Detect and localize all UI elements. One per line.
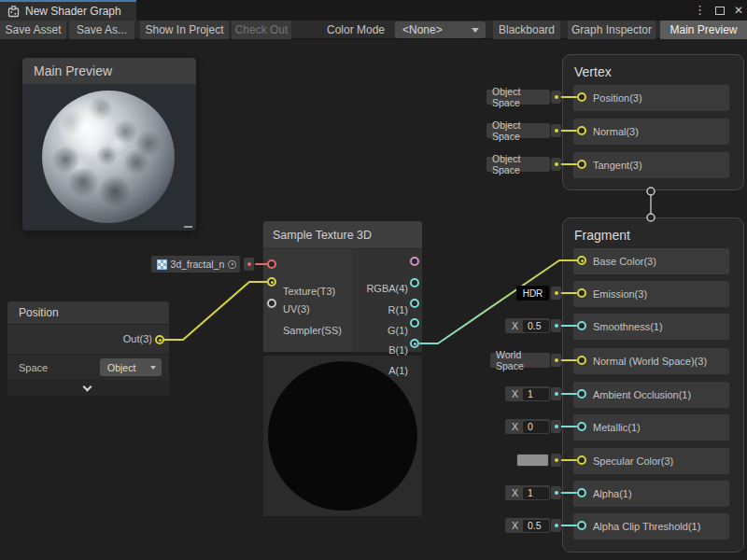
fragment-row-metallic[interactable]: Metallic(1)	[573, 414, 729, 441]
value-field[interactable]: 1	[523, 388, 549, 400]
main-preview-window: Main Preview	[22, 58, 196, 231]
connector-dot[interactable]	[551, 454, 561, 467]
port-specular-color[interactable]	[577, 455, 586, 465]
edge-position-out-to-uv[interactable]	[164, 282, 267, 340]
sample-node-header[interactable]: Sample Texture 3D	[263, 221, 422, 249]
port-emission[interactable]	[577, 288, 586, 298]
alpha-clip-value-chip[interactable]: X0.5	[505, 518, 550, 533]
port-alpha[interactable]	[577, 488, 586, 497]
ambient-occlusion-value-chip[interactable]: X1	[505, 386, 550, 401]
port-uv-input[interactable]	[267, 277, 276, 287]
color-mode-dropdown[interactable]: <None>	[395, 21, 486, 38]
port-vertex-position[interactable]	[577, 92, 586, 102]
vertex-row-normal[interactable]: Normal(3)	[573, 119, 729, 145]
sample-node-title: Sample Texture 3D	[273, 229, 372, 242]
resize-handle[interactable]	[184, 226, 192, 228]
port-vertex-tangent[interactable]	[577, 160, 586, 169]
connector-dot[interactable]	[551, 486, 561, 499]
port-vertex-normal[interactable]	[577, 126, 586, 135]
texture-connector-dot[interactable]	[244, 258, 254, 271]
port-normal-ws[interactable]	[577, 356, 586, 365]
chip-text: Object Space	[492, 86, 544, 108]
fragment-row-smoothness[interactable]: Smoothness(1)	[573, 314, 729, 340]
fragment-row-emission[interactable]: Emission(3)	[573, 281, 729, 307]
port-ambient-occlusion[interactable]	[577, 389, 586, 399]
value-field[interactable]: 0	[523, 421, 549, 433]
smoothness-value-chip[interactable]: X0.5	[505, 318, 550, 333]
fragment-row-alpha-clip[interactable]: Alpha Clip Threshold(1)	[573, 513, 729, 539]
port-base-color[interactable]	[577, 256, 586, 265]
close-icon[interactable]: ✕	[734, 0, 743, 21]
connector-dot[interactable]	[551, 519, 561, 532]
vertex-row-tangent[interactable]: Tangent(3)	[573, 152, 729, 178]
connector-dot[interactable]	[551, 420, 561, 433]
connector-dot[interactable]	[551, 387, 561, 400]
connector-dot[interactable]	[551, 91, 561, 104]
graph-canvas[interactable]: Main Preview Position Out(3) Space Objec…	[0, 39, 747, 560]
dropdown-arrow-icon	[472, 28, 479, 33]
main-preview-viewport[interactable]	[22, 84, 196, 231]
port-r-output[interactable]	[410, 278, 419, 287]
vertex-normal-space-chip[interactable]: Object Space	[486, 123, 550, 138]
port-texture-input[interactable]	[267, 259, 276, 269]
normal-space-chip[interactable]: World Space	[490, 353, 550, 368]
fragment-row-alpha[interactable]: Alpha(1)	[573, 481, 729, 507]
value-field[interactable]: 0.5	[523, 320, 549, 332]
vertex-row-position[interactable]: Position(3)	[573, 85, 729, 111]
fragment-context-block[interactable]: Fragment Base Color(3) Emission(3) Smoot…	[562, 217, 744, 553]
save-as-button[interactable]: Save As...	[69, 21, 134, 39]
alpha-value-chip[interactable]: X1	[505, 485, 550, 500]
value-field[interactable]: 1	[523, 487, 549, 499]
kebab-menu-icon[interactable]: ⋮	[694, 0, 706, 21]
specular-color-swatch[interactable]	[516, 454, 549, 467]
toolbar: Save Asset Save As... Show In Project Ch…	[0, 21, 747, 39]
object-picker-icon[interactable]	[228, 260, 236, 269]
position-node-header[interactable]: Position	[7, 301, 169, 325]
maximize-icon[interactable]	[715, 7, 725, 15]
x-prefix: X	[512, 520, 518, 531]
show-in-project-button[interactable]: Show In Project	[140, 21, 229, 39]
port-b-output[interactable]	[410, 318, 419, 328]
port-smoothness[interactable]	[577, 321, 586, 330]
port-a-output[interactable]	[410, 339, 419, 348]
vertex-tangent-label: Tangent(3)	[593, 160, 642, 171]
fragment-row-normal-ws[interactable]: Normal (World Space)(3)	[573, 348, 729, 374]
chevron-down-icon[interactable]	[82, 383, 92, 392]
port-g-output[interactable]	[410, 299, 419, 308]
connector-dot[interactable]	[551, 319, 561, 332]
blackboard-button[interactable]: Blackboard	[493, 21, 560, 39]
vertex-context-block[interactable]: Vertex Position(3) Normal(3) Tangent(3)	[562, 54, 744, 190]
port-alpha-clip-threshold[interactable]	[577, 521, 586, 530]
texture-asset-field[interactable]: 3d_fractal_n	[151, 256, 240, 273]
port-sampler-input[interactable]	[267, 299, 276, 308]
vertex-tangent-space-chip[interactable]: Object Space	[486, 157, 550, 172]
uv-input-label: UV(3)	[283, 303, 310, 315]
fragment-row-base-color[interactable]: Base Color(3)	[573, 248, 729, 274]
fragment-row-specular-color[interactable]: Specular Color(3)	[573, 448, 729, 474]
position-node-footer[interactable]	[7, 381, 169, 396]
graph-inspector-button[interactable]: Graph Inspector	[568, 21, 655, 39]
chip-text: Object Space	[492, 119, 544, 142]
sample-texture-3d-node[interactable]: Sample Texture 3D Texture(T3) UV(3) Samp…	[263, 221, 422, 516]
main-preview-button[interactable]: Main Preview	[660, 21, 747, 39]
position-node[interactable]: Position Out(3) Space Object	[7, 301, 169, 396]
metallic-value-chip[interactable]: X0	[505, 419, 550, 434]
port-metallic[interactable]	[577, 422, 586, 431]
port-position-out[interactable]	[155, 335, 164, 344]
vertex-position-space-chip[interactable]: Object Space	[486, 90, 550, 105]
connector-dot[interactable]	[551, 354, 561, 367]
connector-dot[interactable]	[551, 287, 561, 300]
position-space-dropdown[interactable]: Object	[100, 358, 162, 376]
connector-dot[interactable]	[551, 158, 561, 171]
value-field[interactable]: 0.5	[523, 520, 549, 532]
save-asset-button[interactable]: Save Asset	[0, 21, 66, 39]
vertex-title: Vertex	[574, 64, 612, 79]
fragment-row-ambient-occlusion[interactable]: Ambient Occlusion(1)	[573, 382, 729, 408]
connector-dot[interactable]	[551, 124, 561, 137]
x-prefix: X	[512, 320, 518, 331]
color-mode-value: <None>	[402, 23, 443, 36]
tab-new-shader-graph[interactable]: New Shader Graph	[0, 0, 136, 21]
main-preview-header[interactable]: Main Preview	[22, 58, 196, 84]
emission-hdr-chip[interactable]: HDR	[516, 286, 549, 301]
port-rgba-output[interactable]	[410, 257, 419, 266]
